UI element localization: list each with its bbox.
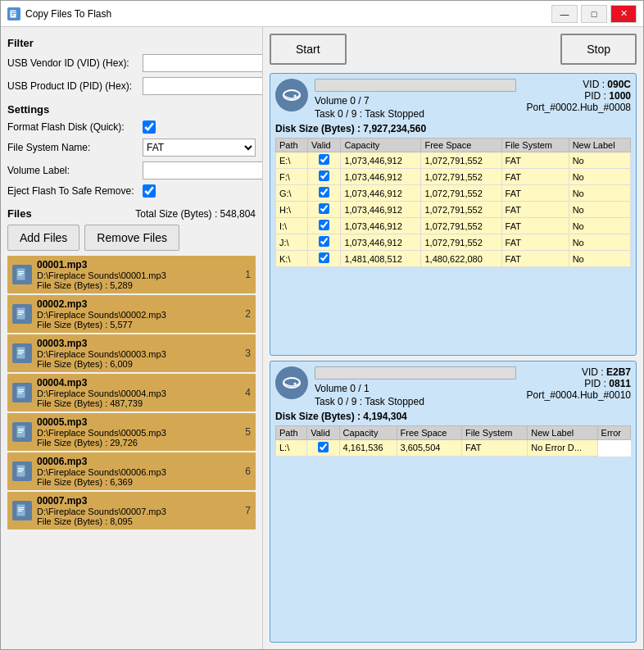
drive-panel-1: Volume 0 / 7 Task 0 / 9 : Task Stopped V… [270, 73, 637, 356]
table-row[interactable]: K:\1,481,408,5121,480,622,080FATNo [276, 251, 631, 267]
filesystem-select[interactable]: FAT FAT32 NTFS exFAT [143, 139, 256, 157]
minimize-button[interactable]: — [551, 5, 578, 23]
cell-valid[interactable] [308, 185, 341, 202]
top-buttons: Start Stop [270, 34, 637, 65]
cell-path: G:\ [276, 185, 308, 202]
cell-free-space: 3,605,504 [397, 439, 462, 456]
cell-valid[interactable] [308, 202, 341, 218]
add-files-button[interactable]: Add Files [7, 225, 79, 251]
cell-free-space: 1,480,622,080 [421, 251, 501, 267]
drive1-icon [275, 79, 308, 111]
maximize-button[interactable]: □ [581, 5, 607, 23]
file-item[interactable]: 00001.mp3 D:\Fireplace Sounds\00001.mp3 … [7, 256, 256, 293]
cell-free-space: 1,072,791,552 [421, 185, 501, 202]
eject-label: Eject Flash To Safe Remove: [7, 185, 143, 197]
cell-new-label: No [569, 202, 630, 218]
stop-button[interactable]: Stop [560, 34, 637, 65]
cell-filesystem: FAT [501, 251, 569, 267]
valid-checkbox[interactable] [319, 187, 329, 198]
cell-free-space: 1,072,791,552 [421, 234, 501, 251]
svg-rect-28 [16, 504, 25, 516]
format-checkbox[interactable] [143, 120, 156, 134]
file-item[interactable]: 00004.mp3 D:\Fireplace Sounds\00004.mp3 … [7, 374, 256, 411]
pid-input[interactable] [143, 77, 263, 95]
file-icon [12, 461, 32, 481]
cell-valid[interactable] [308, 218, 341, 234]
drive1-table-wrapper[interactable]: PathValidCapacityFree SpaceFile SystemNe… [275, 138, 631, 267]
svg-rect-29 [18, 507, 24, 508]
valid-checkbox[interactable] [319, 154, 329, 165]
main-window: Copy Files To Flash — □ ✕ Filter USB Ven… [0, 0, 644, 650]
file-info: 00007.mp3 D:\Fireplace Sounds\00007.mp3 … [37, 495, 234, 526]
svg-rect-15 [18, 353, 22, 354]
cell-valid[interactable] [308, 234, 341, 251]
drive2-pid: PID : 0811 [516, 378, 631, 389]
drive1-disk-size: Disk Size (Bytes) : 7,927,234,560 [275, 123, 631, 134]
settings-header: Settings [7, 103, 256, 116]
svg-rect-4 [16, 268, 25, 280]
svg-rect-2 [11, 13, 16, 14]
cell-valid[interactable] [308, 169, 341, 185]
drive2-table: PathValidCapacityFree SpaceFile SystemNe… [275, 425, 631, 457]
drive2-table-wrapper[interactable]: PathValidCapacityFree SpaceFile SystemNe… [275, 425, 631, 457]
cell-path: K:\ [276, 251, 308, 267]
table-row[interactable]: I:\1,073,446,9121,072,791,552FATNo [276, 218, 631, 234]
file-number: 2 [239, 308, 251, 320]
cell-free-space: 1,072,791,552 [421, 169, 501, 185]
cell-capacity: 1,073,446,912 [341, 234, 421, 251]
cell-new-label: No [569, 251, 630, 267]
svg-rect-24 [16, 465, 25, 477]
volume-input[interactable] [143, 161, 263, 180]
valid-checkbox[interactable] [319, 236, 329, 247]
window-title: Copy Files To Flash [25, 8, 551, 20]
drive2-vid-value: E2B7 [606, 366, 631, 378]
cell-valid[interactable] [307, 439, 339, 456]
file-path: D:\Fireplace Sounds\00002.mp3 [37, 310, 234, 320]
valid-checkbox[interactable] [319, 220, 329, 230]
vid-input[interactable] [143, 54, 263, 72]
cell-filesystem: FAT [501, 185, 569, 202]
file-item[interactable]: 00006.mp3 D:\Fireplace Sounds\00006.mp3 … [7, 452, 256, 490]
file-item[interactable]: 00002.mp3 D:\Fireplace Sounds\00002.mp3 … [7, 295, 256, 333]
drive1-details: Volume 0 / 7 Task 0 / 9 : Task Stopped [315, 79, 516, 120]
close-button[interactable]: ✕ [610, 5, 637, 23]
file-name: 00004.mp3 [37, 377, 234, 389]
table-row[interactable]: F:\1,073,446,9121,072,791,552FATNo [276, 169, 631, 185]
valid-checkbox[interactable] [318, 442, 329, 452]
table-row[interactable]: L:\4,161,5363,605,504FATNo Error D... [276, 439, 631, 456]
table-header: File System [501, 139, 569, 152]
file-size: File Size (Bytes) : 8,095 [37, 516, 234, 526]
cell-capacity: 1,073,446,912 [341, 169, 421, 185]
eject-checkbox[interactable] [143, 184, 156, 198]
start-button[interactable]: Start [270, 34, 347, 65]
cell-capacity: 1,481,408,512 [341, 251, 421, 267]
vid-label: USB Vendor ID (VID) (Hex): [7, 57, 143, 69]
file-item[interactable]: 00003.mp3 D:\Fireplace Sounds\00003.mp3 … [7, 334, 256, 372]
file-icon [12, 265, 32, 284]
cell-path: E:\ [276, 152, 308, 169]
cell-valid[interactable] [308, 152, 341, 169]
drive2-vid: VID : E2B7 [516, 366, 631, 378]
table-header: Path [276, 425, 307, 439]
valid-checkbox[interactable] [319, 170, 329, 181]
valid-checkbox[interactable] [319, 252, 329, 263]
file-item[interactable]: 00005.mp3 D:\Fireplace Sounds\00005.mp3 … [7, 413, 256, 451]
files-header: Files Total Size (Bytes) : 548,804 [7, 207, 256, 220]
cell-valid[interactable] [308, 251, 341, 267]
table-row[interactable]: E:\1,073,446,9121,072,791,552FATNo [276, 152, 631, 169]
svg-rect-1 [11, 11, 16, 12]
table-row[interactable]: H:\1,073,446,9121,072,791,552FATNo [276, 202, 631, 218]
file-item[interactable]: 00007.mp3 D:\Fireplace Sounds\00007.mp3 … [7, 492, 256, 530]
filesystem-label: File System Name: [7, 142, 143, 153]
remove-files-button[interactable]: Remove Files [84, 225, 179, 251]
table-row[interactable]: J:\1,073,446,9121,072,791,552FATNo [276, 234, 631, 251]
cell-path: I:\ [276, 218, 308, 234]
table-row[interactable]: G:\1,073,446,9121,072,791,552FATNo [276, 185, 631, 202]
files-buttons: Add Files Remove Files [7, 225, 256, 251]
drive1-right: VID : 090C PID : 1000 Port_#0002.Hub_#00… [516, 79, 631, 113]
file-icon [12, 304, 32, 324]
valid-checkbox[interactable] [319, 203, 329, 214]
cell-filesystem: FAT [462, 439, 528, 456]
pid-row: USB Product ID (PID) (Hex): [7, 77, 256, 95]
svg-rect-13 [18, 350, 24, 351]
